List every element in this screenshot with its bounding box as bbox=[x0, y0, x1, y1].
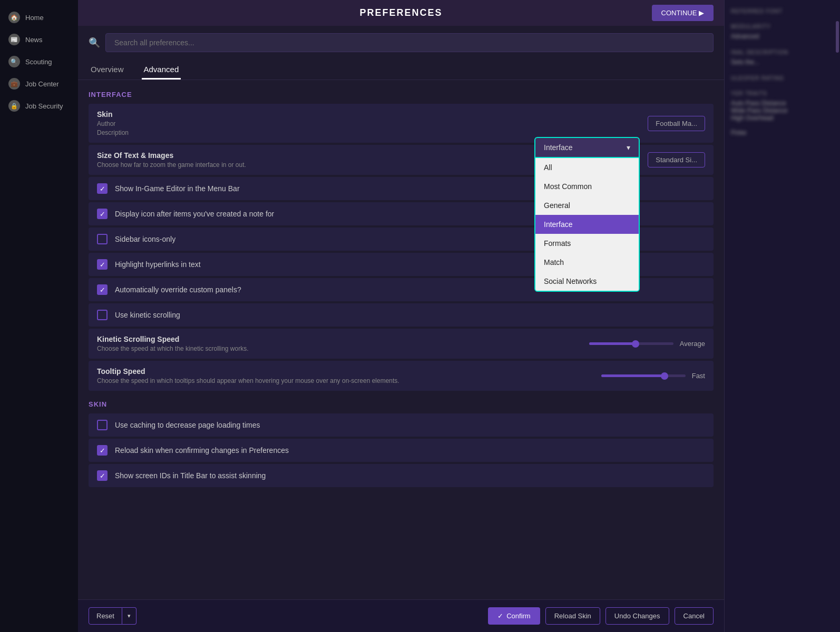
sidebar-item-home-label: Home bbox=[25, 14, 44, 22]
sidebar-item-news-label: News bbox=[25, 36, 43, 44]
pref-skin-right: Football Ma... bbox=[648, 116, 705, 131]
main-panel: PREFERENCES CONTINUE ▶ 🔍 Overview Advanc… bbox=[78, 0, 724, 632]
sidebar-item-job-center[interactable]: 💼 Job Center bbox=[0, 73, 78, 95]
tab-overview[interactable]: Overview bbox=[89, 60, 126, 80]
search-icon: 🔍 bbox=[89, 37, 100, 48]
right-panel-section-traits: YER TRAITS Auto Pass DistanceWide Pass D… bbox=[731, 91, 834, 136]
pref-highlight-hyperlinks-label: Highlight hyperlinks in text bbox=[115, 260, 201, 269]
right-panel-section-modularity: MODULARITY Advanced bbox=[731, 24, 834, 40]
right-panel-value-modularity: Advanced bbox=[731, 33, 834, 40]
dropdown-menu: All Most Common General Interface Format… bbox=[534, 158, 640, 292]
pref-text-size-desc: Choose how far to zoom the game interfac… bbox=[97, 161, 246, 169]
dropdown-selected-label: Interface bbox=[544, 143, 572, 152]
right-panel-section-rating: ULEOFER RATING bbox=[731, 75, 834, 81]
right-panel-label-rating: ULEOFER RATING bbox=[731, 75, 834, 81]
text-size-select-button[interactable]: Standard Si... bbox=[648, 152, 705, 167]
pref-row-reload-skin: Reload skin when confirming changes in P… bbox=[89, 439, 714, 462]
continue-button[interactable]: CONTINUE ▶ bbox=[652, 5, 714, 21]
checkbox-display-icon[interactable] bbox=[97, 209, 108, 219]
right-panel-label-modularity: MODULARITY bbox=[731, 24, 834, 29]
pref-kinetic-speed-desc: Choose the speed at which the kinetic sc… bbox=[97, 345, 248, 352]
sidebar-item-scouting-label: Scouting bbox=[25, 58, 52, 66]
pref-row-show-screen-ids: Show screen IDs in Title Bar to assist s… bbox=[89, 464, 714, 487]
checkbox-sidebar-icons[interactable] bbox=[97, 234, 108, 244]
right-panel-label-font: REFERRED FONT bbox=[731, 8, 834, 14]
right-panel-section-font: REFERRED FONT bbox=[731, 8, 834, 14]
right-panel-label-description: INAL DESCRIPTION bbox=[731, 50, 834, 55]
pref-show-screen-ids-label: Show screen IDs in Title Bar to assist s… bbox=[115, 471, 266, 480]
checkbox-highlight-hyperlinks[interactable] bbox=[97, 259, 108, 270]
pref-row-tooltip-speed: Tooltip Speed Choose the speed in which … bbox=[89, 361, 714, 391]
sidebar: 🏠 Home 📰 News 🔍 Scouting 💼 Job Center 🔒 … bbox=[0, 0, 78, 632]
right-panel-label-traits: YER TRAITS bbox=[731, 91, 834, 96]
dropdown-item-most-common[interactable]: Most Common bbox=[535, 177, 639, 196]
pref-auto-override-label: Automatically override custom panels? bbox=[115, 285, 241, 294]
kinetic-speed-slider-thumb[interactable] bbox=[632, 340, 639, 348]
search-input[interactable] bbox=[105, 33, 714, 52]
section-title-interface: INTERFACE bbox=[89, 91, 714, 98]
pref-use-caching-label: Use caching to decrease page loading tim… bbox=[115, 421, 260, 429]
topbar: PREFERENCES CONTINUE ▶ bbox=[78, 0, 724, 26]
pref-row-kinetic-scrolling: Use kinetic scrolling bbox=[89, 303, 714, 327]
pref-tooltip-speed-left: Tooltip Speed Choose the speed in which … bbox=[97, 367, 399, 384]
dropdown-item-match[interactable]: Match bbox=[535, 253, 639, 272]
filter-dropdown: Interface ▾ All Most Common General Inte… bbox=[534, 137, 640, 292]
cancel-button[interactable]: Cancel bbox=[675, 607, 714, 625]
pref-text-size-right: Standard Si... bbox=[648, 152, 705, 167]
pref-reload-skin-label: Reload skin when confirming changes in P… bbox=[115, 446, 289, 455]
right-panel-value-traits: Auto Pass DistanceWide Pass DistanceHigh… bbox=[731, 100, 834, 136]
preferences-content: Interface ▾ All Most Common General Inte… bbox=[78, 80, 724, 599]
pref-text-size-label: Size Of Text & Images bbox=[97, 151, 246, 160]
dropdown-item-interface[interactable]: Interface bbox=[535, 215, 639, 234]
checkbox-auto-override[interactable] bbox=[97, 284, 108, 295]
pref-skin-left: Skin Author Description bbox=[97, 110, 129, 136]
dropdown-item-all[interactable]: All bbox=[535, 158, 639, 177]
dropdown-trigger[interactable]: Interface ▾ bbox=[534, 137, 640, 158]
sidebar-item-news[interactable]: 📰 News bbox=[0, 28, 78, 51]
tooltip-speed-slider-thumb[interactable] bbox=[661, 372, 668, 380]
right-panel: REFERRED FONT MODULARITY Advanced INAL D… bbox=[724, 0, 840, 632]
tabs: Overview Advanced bbox=[78, 60, 724, 80]
job-security-icon: 🔒 bbox=[8, 100, 20, 112]
right-panel-scrollbar[interactable] bbox=[836, 21, 839, 53]
dropdown-item-formats[interactable]: Formats bbox=[535, 234, 639, 253]
kinetic-speed-slider-track[interactable] bbox=[589, 342, 673, 345]
undo-changes-button[interactable]: Undo Changes bbox=[605, 607, 669, 625]
confirm-button[interactable]: ✓ Confirm bbox=[488, 607, 540, 625]
skin-select-button[interactable]: Football Ma... bbox=[648, 116, 705, 131]
checkbox-kinetic-scrolling[interactable] bbox=[97, 310, 108, 320]
tooltip-speed-slider-track[interactable] bbox=[601, 374, 686, 377]
reload-skin-button[interactable]: Reload Skin bbox=[545, 607, 600, 625]
reset-button-group: Reset ▾ bbox=[89, 607, 136, 625]
dropdown-item-social-networks[interactable]: Social Networks bbox=[535, 272, 639, 291]
pref-kinetic-speed-label: Kinetic Scrolling Speed bbox=[97, 335, 248, 343]
section-title-skin: SKIN bbox=[89, 400, 714, 408]
bottom-bar: Reset ▾ ✓ Confirm Reload Skin Undo Chang… bbox=[78, 599, 724, 632]
chevron-down-icon: ▾ bbox=[627, 143, 630, 152]
sidebar-item-scouting[interactable]: 🔍 Scouting bbox=[0, 51, 78, 73]
sidebar-item-home[interactable]: 🏠 Home bbox=[0, 6, 78, 28]
tooltip-speed-value: Fast bbox=[692, 372, 705, 380]
checkbox-show-screen-ids[interactable] bbox=[97, 470, 108, 481]
checkmark-icon: ✓ bbox=[497, 612, 503, 620]
kinetic-speed-value: Average bbox=[680, 340, 705, 348]
sidebar-item-job-center-label: Job Center bbox=[25, 80, 59, 88]
pref-text-size-left: Size Of Text & Images Choose how far to … bbox=[97, 151, 246, 169]
checkbox-reload-skin[interactable] bbox=[97, 445, 108, 456]
pref-sidebar-icons-label: Sidebar icons-only bbox=[115, 235, 175, 243]
reset-button[interactable]: Reset bbox=[89, 607, 122, 625]
dropdown-item-general[interactable]: General bbox=[535, 196, 639, 215]
tooltip-speed-slider-fill bbox=[601, 374, 665, 377]
pref-row-kinetic-speed: Kinetic Scrolling Speed Choose the speed… bbox=[89, 329, 714, 359]
home-icon: 🏠 bbox=[8, 12, 20, 23]
reset-dropdown-button[interactable]: ▾ bbox=[122, 607, 136, 625]
pref-row-use-caching: Use caching to decrease page loading tim… bbox=[89, 413, 714, 437]
checkbox-use-caching[interactable] bbox=[97, 420, 108, 430]
pref-skin-author: Author bbox=[97, 120, 129, 127]
news-icon: 📰 bbox=[8, 34, 20, 45]
pref-skin-description: Description bbox=[97, 129, 129, 136]
tab-advanced[interactable]: Advanced bbox=[142, 60, 181, 80]
checkbox-show-editor[interactable] bbox=[97, 183, 108, 194]
kinetic-speed-slider-fill bbox=[589, 342, 636, 345]
sidebar-item-job-security[interactable]: 🔒 Job Security bbox=[0, 95, 78, 117]
